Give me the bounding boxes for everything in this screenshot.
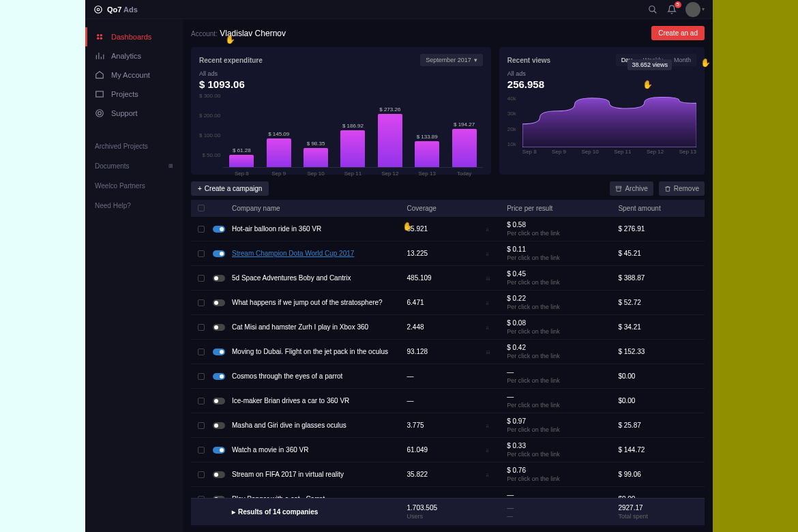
row-price: $ 0.42 [507, 344, 618, 351]
create-ad-button[interactable]: Create an ad [651, 26, 705, 40]
expenditure-metric-value: $ 1093.06 [199, 78, 483, 90]
row-checkbox[interactable] [198, 447, 205, 454]
row-checkbox[interactable] [198, 250, 205, 257]
create-campaign-button[interactable]: + Create a campaign [191, 181, 269, 196]
sidebar-sub-label: Need Help? [95, 202, 131, 209]
row-toggle[interactable] [213, 398, 225, 404]
account-row: Account: Vladislav Chernov Create an ad [191, 26, 705, 40]
brand-logo-icon [93, 5, 103, 14]
chevron-down-icon[interactable]: ▾ [702, 6, 705, 12]
expenditure-metric-label: All ads [199, 70, 483, 77]
tab-month[interactable]: Month [668, 54, 696, 66]
views-tooltip: 38.652 views [627, 59, 672, 70]
row-name: What happens if we jump out of the strat… [232, 299, 407, 306]
table-row[interactable]: Stream Champion Dota World Cup 2017 13.2… [191, 241, 705, 266]
svg-line-3 [654, 10, 657, 13]
remove-button[interactable]: Remove [659, 181, 705, 196]
row-toggle[interactable] [213, 447, 225, 454]
row-checkbox[interactable] [198, 226, 205, 233]
table-row[interactable]: Masha and Giri dive in glasses oculus 3.… [191, 413, 705, 438]
row-checkbox[interactable] [198, 422, 205, 429]
row-toggle[interactable] [213, 226, 225, 233]
expand-icon: ⊞ [168, 163, 173, 169]
reach-icon: ᵢᵢ [486, 422, 507, 429]
sidebar-sub-weelco-partners[interactable]: Weelco Partners [85, 176, 183, 196]
row-price-sub: Per click on the link [507, 254, 618, 261]
select-all-checkbox[interactable] [198, 205, 205, 211]
row-checkbox[interactable] [198, 324, 205, 331]
sidebar-item-label: Analytics [111, 52, 141, 60]
row-checkbox[interactable] [198, 373, 205, 380]
views-metric-label: All ads [507, 70, 696, 77]
row-coverage: 35.822 [407, 471, 487, 478]
row-toggle[interactable] [213, 496, 225, 499]
row-price-sub: Per click on the link [507, 451, 618, 458]
bar-value: $ 98.35 [307, 141, 325, 147]
notifications-icon[interactable]: 5 [666, 4, 677, 15]
chart-y-axis: $ 300.00$ 200.00$ 100.00$ 50.00 [199, 93, 223, 168]
table-header: Company name Coverage Price per result S… [191, 200, 705, 217]
views-panel: Recent views DayWeeklyMonth All ads 256.… [499, 47, 705, 175]
table-row[interactable]: 5d Space Adventures Boby and Cantrix 485… [191, 266, 705, 291]
table-row[interactable]: Hot-air balloon ride in 360 VR 85.921 ᵢᵢ… [191, 217, 705, 241]
row-coverage: 485.109 [407, 274, 487, 282]
row-toggle[interactable] [213, 250, 225, 257]
svg-point-10 [98, 112, 102, 115]
row-toggle[interactable] [213, 349, 225, 355]
sidebar-item-support[interactable]: Support [85, 104, 183, 123]
summary-price: — [507, 504, 618, 512]
row-checkbox[interactable] [198, 471, 205, 478]
bar-value: $ 186.92 [342, 123, 364, 129]
row-toggle[interactable] [213, 422, 225, 429]
user-avatar[interactable] [685, 2, 700, 17]
row-toggle[interactable] [213, 373, 225, 380]
sidebar-item-my-account[interactable]: My Account [85, 65, 183, 85]
table-row[interactable]: Cosmos through the eyes of a parrot — — … [191, 364, 705, 389]
row-checkbox[interactable] [198, 349, 205, 355]
reach-icon: ᵢᵢ [486, 447, 507, 454]
row-coverage: 85.921 [407, 225, 487, 233]
table-row[interactable]: Play Panger with a cat - Carrot — — Per … [191, 487, 705, 498]
table-row[interactable]: Watch a movie in 360 VR 61.049 ᵢᵢ $ 0.33… [191, 438, 705, 462]
row-price-sub: Per click on the link [507, 328, 618, 335]
row-toggle[interactable] [213, 324, 225, 331]
svg-rect-8 [96, 91, 104, 97]
archive-button[interactable]: Archive [610, 181, 653, 196]
row-name: Watch a movie in 360 VR [232, 446, 407, 454]
table-row[interactable]: Ice-maker Brian drives a car to 360 VR —… [191, 389, 705, 413]
bar-value: $ 194.27 [454, 121, 475, 128]
decorative-frame-left [0, 0, 85, 532]
row-toggle[interactable] [213, 299, 225, 306]
table-row[interactable]: Stream on FIFA 2017 in virtual reality 3… [191, 462, 705, 487]
table-row[interactable]: What happens if we jump out of the strat… [191, 291, 705, 315]
table-summary: ▸ Results of 14 companies 1.703.505 User… [191, 498, 705, 525]
sidebar-sub-documents[interactable]: Documents⊞ [85, 156, 183, 176]
row-coverage: 13.225 [407, 250, 487, 257]
row-price-sub: Per click on the link [507, 230, 618, 237]
brand-suffix: Ads [123, 5, 138, 14]
plus-icon: + [198, 185, 202, 192]
sidebar-sub-need-help-[interactable]: Need Help? [85, 196, 183, 216]
sidebar-item-analytics[interactable]: Analytics [85, 46, 183, 65]
decorative-frame-right [713, 0, 798, 532]
row-coverage: 61.049 [407, 446, 487, 454]
search-icon[interactable] [647, 4, 658, 15]
period-label: September 2017 [426, 57, 471, 63]
reach-icon: ᵢᵢ [486, 324, 507, 331]
table-row[interactable]: Cat Misi and hamster Zurh I play in Xbox… [191, 315, 705, 340]
sidebar-item-dashboards[interactable]: Dashboards [85, 27, 183, 46]
table-body[interactable]: Hot-air balloon ride in 360 VR 85.921 ᵢᵢ… [191, 217, 705, 498]
row-checkbox[interactable] [198, 275, 205, 282]
row-toggle[interactable] [213, 471, 225, 478]
row-checkbox[interactable] [198, 398, 205, 404]
sidebar-item-projects[interactable]: Projects [85, 85, 183, 104]
period-select[interactable]: September 2017 ▾ [420, 54, 483, 66]
sidebar: DashboardsAnalyticsMy AccountProjectsSup… [85, 19, 183, 532]
sidebar-sub-archived-projects[interactable]: Archived Projects [85, 136, 183, 156]
row-toggle[interactable] [213, 275, 225, 282]
row-name: Cat Misi and hamster Zurh I play in Xbox… [232, 323, 407, 331]
sidebar-item-label: Projects [111, 90, 138, 98]
row-checkbox[interactable] [198, 299, 205, 306]
table-row[interactable]: Moving to Dubai. Flight on the jet pack … [191, 340, 705, 364]
row-spent: $ 276.91 [618, 225, 698, 233]
